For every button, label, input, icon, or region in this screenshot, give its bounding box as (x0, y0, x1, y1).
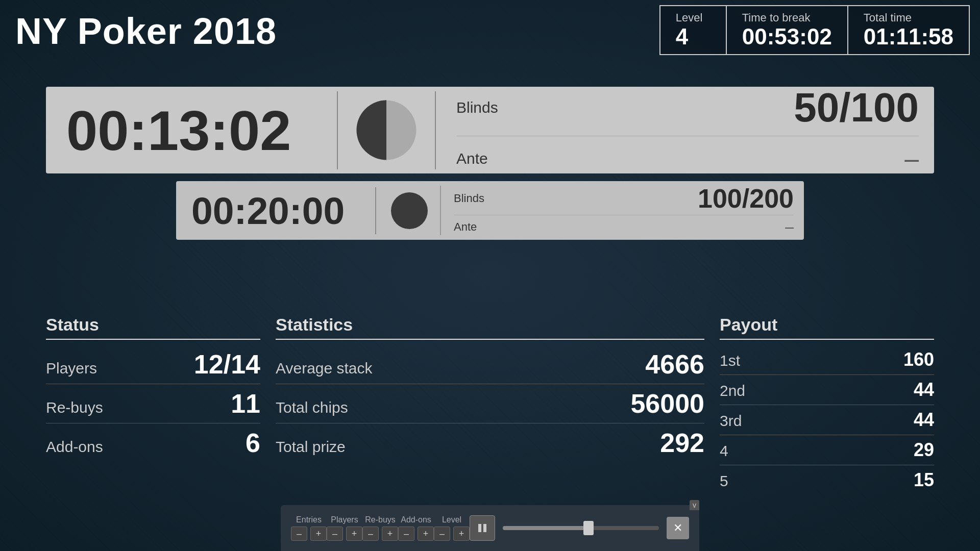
players-control: Players – + (327, 515, 362, 541)
payout-place: 2nd (720, 382, 745, 399)
slider-thumb (583, 521, 594, 535)
payout-place: 1st (720, 352, 740, 369)
payout-row: 5 15 (720, 465, 934, 495)
rebuys-value: 11 (231, 388, 260, 419)
break-label: Time to break (742, 11, 832, 24)
entries-label: Entries (296, 515, 322, 524)
players-buttons: – + (327, 527, 362, 541)
next-divider-1 (375, 187, 376, 234)
break-box: Time to break 00:53:02 (727, 6, 848, 54)
payout-column: Payout 1st 160 2nd 44 3rd 44 4 29 5 15 (720, 315, 934, 495)
level-buttons: – + (434, 527, 470, 541)
v-badge: v (690, 500, 699, 510)
level-value: 4 (676, 24, 710, 49)
addons-minus-button[interactable]: – (398, 527, 414, 541)
svg-rect-3 (483, 524, 486, 532)
level-label: Level (676, 11, 710, 24)
pause-icon (476, 522, 488, 534)
payout-amount: 44 (914, 379, 934, 400)
control-bar: v Entries – + Players – + Re-buys – + Ad… (281, 505, 699, 551)
ante-value: – (904, 144, 919, 173)
break-value: 00:53:02 (742, 24, 832, 49)
level-ctrl-label: Level (442, 515, 461, 524)
slider-fill (503, 526, 589, 530)
payout-amount: 29 (914, 439, 934, 461)
payout-row: 2nd 44 (720, 375, 934, 405)
stats-section: Status Players 12/14 Re-buys 11 Add-ons … (46, 315, 934, 495)
next-ante-value: – (785, 218, 794, 236)
players-minus-button[interactable]: – (327, 527, 343, 541)
players-row: Players 12/14 (46, 345, 260, 384)
entries-control: Entries – + (291, 515, 327, 541)
total-prize-value: 292 (660, 428, 704, 458)
close-button[interactable]: ✕ (667, 517, 689, 539)
total-chips-label: Total chips (276, 399, 348, 416)
payout-header: Payout (720, 315, 934, 340)
payout-amount: 15 (914, 469, 934, 491)
rebuys-plus-button[interactable]: + (382, 527, 398, 541)
total-chips-value: 56000 (630, 388, 704, 419)
blinds-row-main: Blinds 50/100 (456, 80, 919, 136)
rebuys-row: Re-buys 11 (46, 384, 260, 423)
blinds-value: 50/100 (794, 87, 919, 128)
payout-rows: 1st 160 2nd 44 3rd 44 4 29 5 15 (720, 345, 934, 495)
statistics-header: Statistics (276, 315, 704, 340)
avg-stack-row: Average stack 4666 (276, 345, 704, 384)
next-divider-2 (440, 186, 441, 236)
level-plus-button[interactable]: + (453, 527, 470, 541)
entries-minus-button[interactable]: – (291, 527, 307, 541)
total-time-value: 01:11:58 (864, 24, 953, 49)
svg-point-1 (391, 192, 428, 229)
current-timer: 00:13:02 (46, 98, 332, 163)
next-timer: 00:20:00 (176, 189, 370, 233)
payout-place: 3rd (720, 412, 742, 430)
top-info-panel: Level 4 Time to break 00:53:02 Total tim… (659, 5, 970, 55)
payout-amount: 44 (914, 409, 934, 431)
players-ctrl-label: Players (331, 515, 358, 524)
players-label: Players (46, 360, 97, 377)
divider-1 (337, 91, 338, 169)
players-value: 12/14 (194, 349, 260, 380)
current-pie-chart (353, 97, 420, 163)
payout-row: 1st 160 (720, 345, 934, 375)
entries-buttons: – + (291, 527, 327, 541)
current-blinds-section: Blinds 50/100 Ante – (441, 80, 934, 181)
rebuys-minus-button[interactable]: – (362, 527, 379, 541)
rebuys-ctrl-label: Re-buys (365, 515, 396, 524)
total-time-box: Total time 01:11:58 (848, 6, 969, 54)
slider-track (503, 526, 659, 530)
total-time-label: Total time (864, 11, 953, 24)
addons-label: Add-ons (46, 438, 103, 456)
progress-slider[interactable] (503, 526, 659, 530)
addons-control: Add-ons – + (398, 515, 434, 541)
play-pause-button[interactable] (470, 515, 495, 541)
addons-row: Add-ons 6 (46, 423, 260, 462)
addons-ctrl-label: Add-ons (401, 515, 431, 524)
ante-label: Ante (456, 150, 488, 167)
level-minus-button[interactable]: – (434, 527, 450, 541)
statistics-column: Statistics Average stack 4666 Total chip… (276, 315, 704, 495)
level-box: Level 4 (660, 6, 727, 54)
status-column: Status Players 12/14 Re-buys 11 Add-ons … (46, 315, 260, 495)
avg-stack-value: 4666 (645, 349, 704, 380)
payout-row: 3rd 44 (720, 405, 934, 435)
rebuys-control: Re-buys – + (362, 515, 398, 541)
entries-plus-button[interactable]: + (310, 527, 327, 541)
rebuys-label: Re-buys (46, 399, 103, 416)
players-plus-button[interactable]: + (346, 527, 362, 541)
current-level-panel: 00:13:02 Blinds 50/100 Ante – (46, 87, 934, 173)
total-chips-row: Total chips 56000 (276, 384, 704, 423)
addons-plus-button[interactable]: + (418, 527, 434, 541)
pie-svg-current (353, 97, 420, 163)
total-prize-label: Total prize (276, 438, 346, 456)
next-level-panel: 00:20:00 Blinds 100/200 Ante – (176, 181, 804, 240)
payout-place: 5 (720, 472, 728, 490)
app-title: NY Poker 2018 (15, 10, 277, 52)
payout-place: 4 (720, 442, 728, 460)
payout-row: 4 29 (720, 435, 934, 465)
next-ante-row: Ante – (454, 215, 794, 239)
addons-value: 6 (246, 428, 260, 458)
next-blinds-row: Blinds 100/200 (454, 182, 794, 215)
level-control: Level – + (434, 515, 470, 541)
next-ante-label: Ante (454, 220, 477, 234)
